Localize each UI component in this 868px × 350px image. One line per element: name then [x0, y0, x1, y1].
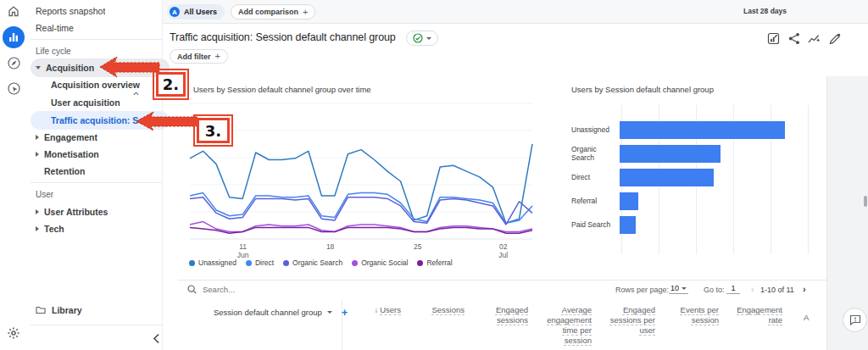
metric-column-header[interactable]: Engagedsessions: [465, 305, 528, 346]
expanded-arrow-icon[interactable]: [36, 66, 41, 69]
sidebar-item-tech[interactable]: Tech: [27, 220, 163, 237]
legend-item[interactable]: Direct: [246, 258, 274, 267]
dimension-column-header[interactable]: Session default channel group +: [214, 306, 348, 319]
table-search[interactable]: Search...: [187, 285, 235, 294]
share-icon[interactable]: [787, 32, 800, 45]
scrollbar-thumb[interactable]: [864, 196, 867, 207]
legend-item[interactable]: Referral: [417, 258, 452, 267]
admin-gear-icon[interactable]: [0, 326, 27, 340]
annotation-step-2: 2.: [156, 72, 186, 97]
sidebar-item-reports-snapshot[interactable]: Reports snapshot: [27, 3, 163, 19]
sidebar-divider: [31, 182, 163, 183]
series-line-organic-search: [190, 197, 532, 225]
search-icon: [187, 285, 197, 294]
metric-column-header[interactable]: Averageengagementtime persession: [528, 305, 592, 346]
legend-item[interactable]: Unassigned: [189, 258, 236, 267]
bar-category-label: Unassigned: [571, 125, 620, 134]
x-axis-tick-label: Jul: [498, 251, 508, 259]
sidebar-item-retention[interactable]: Retention: [27, 163, 163, 180]
sidebar-item-monetisation[interactable]: Monetisation: [27, 146, 163, 163]
all-users-avatar: A: [170, 7, 180, 17]
sidebar-item-acquisition[interactable]: Acquisition: [27, 59, 163, 76]
rows-per-page-select[interactable]: 10: [669, 284, 688, 294]
pagination-range: 1-10 of 11: [760, 286, 794, 294]
expand-arrow-icon[interactable]: [36, 135, 39, 140]
sidebar-item-user-acquisition[interactable]: User acquisition: [27, 94, 163, 111]
metric-column-header[interactable]: ↓Users: [337, 305, 401, 346]
edit-icon[interactable]: [828, 32, 841, 45]
sidebar-item-user-attributes[interactable]: User Attributes: [27, 203, 163, 220]
expand-arrow-icon[interactable]: [36, 226, 39, 231]
bar-unassigned[interactable]: [620, 121, 785, 139]
bar-category-label: Referral: [571, 197, 620, 205]
all-users-chip[interactable]: A All Users: [167, 4, 225, 19]
all-users-label: All Users: [184, 8, 217, 16]
metric-header-line: session: [692, 315, 719, 325]
chevron-down-icon[interactable]: [327, 311, 332, 314]
insights-icon[interactable]: [808, 32, 821, 45]
sidebar-item-label: Library: [52, 305, 82, 315]
sidebar-item-library[interactable]: Library: [27, 302, 163, 319]
add-filter-button[interactable]: Add filter+: [170, 49, 228, 64]
sidebar-item-label: Acquisition: [46, 63, 94, 73]
home-icon[interactable]: [0, 4, 27, 18]
legend-item[interactable]: Organic Social: [352, 258, 408, 267]
metric-header-line: session: [565, 336, 592, 345]
advertising-icon[interactable]: [0, 81, 27, 96]
sidebar-item-engagement[interactable]: Engagement: [27, 129, 163, 146]
x-axis-tick-label: 18: [326, 242, 335, 251]
metric-column-header[interactable]: Engagedsessions peruser: [592, 305, 655, 346]
sidebar-section-user[interactable]: User: [27, 186, 163, 203]
collapse-sidebar-icon[interactable]: [153, 332, 160, 347]
bar-direct[interactable]: [620, 169, 714, 186]
explore-icon[interactable]: [0, 56, 27, 70]
bar-row: Referral: [571, 189, 819, 213]
sidebar-divider: [31, 39, 163, 40]
annotation-step-3: 3.: [197, 118, 230, 143]
legend-dot-icon: [189, 260, 195, 266]
metric-column-header[interactable]: Engagementrate: [719, 305, 782, 346]
search-placeholder: Search...: [203, 285, 235, 294]
sidebar-item-label: Engagement: [44, 132, 97, 142]
expand-arrow-icon[interactable]: [36, 209, 39, 214]
feedback-button[interactable]: [843, 308, 867, 332]
x-axis-tick-label: 11: [239, 242, 247, 251]
sidebar-item-label: Reports snapshot: [36, 6, 105, 16]
sidebar-item-acquisition-overview[interactable]: Acquisition overview: [27, 76, 163, 93]
bar-chart[interactable]: UnassignedOrganic SearchDirectReferralPa…: [571, 105, 819, 258]
x-axis-tick-label: 25: [414, 242, 422, 251]
goto-page-input[interactable]: 1: [726, 284, 740, 294]
report-status-badge[interactable]: [406, 31, 438, 46]
sidebar-item-real-time[interactable]: Real-time: [27, 19, 163, 36]
dimension-header-label: Session default channel group: [214, 308, 322, 317]
customise-report-icon[interactable]: [767, 32, 780, 45]
metric-header-line: sessions per: [610, 315, 655, 325]
metric-header-line: Engaged: [496, 305, 528, 314]
sort-descending-icon: ↓: [374, 305, 378, 314]
bar-organic-search[interactable]: [620, 145, 721, 163]
bar-row: Direct: [571, 165, 819, 189]
bar-referral[interactable]: [620, 192, 638, 210]
metric-column-header[interactable]: Sessions: [401, 305, 465, 346]
reports-nav-icon-active[interactable]: [0, 26, 27, 48]
line-chart[interactable]: 11Jun182502Jul: [188, 93, 536, 263]
plus-icon: +: [215, 52, 220, 61]
metric-column-header[interactable]: Events persession: [655, 305, 719, 346]
expand-arrow-icon[interactable]: [36, 152, 39, 157]
legend-item[interactable]: Organic Search: [283, 258, 342, 267]
goto-page-value: 1: [731, 284, 735, 292]
sidebar-section-life-cycle[interactable]: Life cycle: [27, 42, 163, 59]
bar-paid-search[interactable]: [620, 216, 636, 234]
next-page-icon[interactable]: ›: [803, 284, 806, 294]
bar-category-label: Paid Search: [571, 220, 620, 229]
sidebar-item-label: Monetisation: [44, 149, 99, 159]
feedback-bubble-icon: [849, 314, 861, 325]
sidebar-item-label: Traffic acquisition: Session...: [51, 115, 153, 125]
legend-label: Organic Search: [292, 258, 342, 267]
date-range-selector[interactable]: Last 28 days: [743, 7, 787, 15]
sidebar-item-traffic-acquisition-selected[interactable]: Traffic acquisition: Session...: [27, 112, 153, 129]
bar-category-label: Organic Search: [571, 145, 620, 162]
add-comparison-button[interactable]: Add comparison+: [231, 4, 315, 19]
legend-dot-icon: [417, 260, 423, 266]
legend-dot-icon: [246, 260, 252, 266]
